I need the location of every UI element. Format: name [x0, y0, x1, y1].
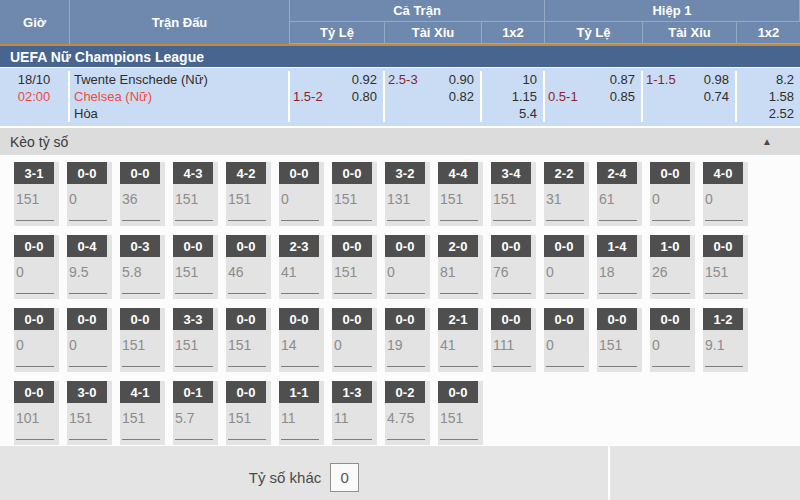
score-odds-cell[interactable]: 3-1151: [14, 162, 59, 226]
score-odds-cell[interactable]: 2-231: [544, 162, 589, 226]
score-odds-cell[interactable]: 0-036: [120, 162, 165, 226]
h1-handicap-cell[interactable]: 0.87 0.5-10.85: [545, 71, 643, 122]
score-odds-value: 0: [650, 337, 695, 353]
score-odds-cell[interactable]: 0-076: [491, 235, 536, 299]
score-odds-value: 151: [332, 264, 377, 280]
score-odds-cell[interactable]: 0-0151: [173, 235, 218, 299]
score-odds-value: 151: [491, 191, 536, 207]
score-odds-cell[interactable]: 1-111: [279, 381, 324, 445]
score-odds-cell[interactable]: 0-00: [67, 308, 112, 372]
score-odds-cell[interactable]: 1-418: [597, 235, 642, 299]
ft-hdp-away-odds[interactable]: 0.80: [352, 88, 377, 105]
score-label: 1-3: [332, 381, 372, 403]
ft-1x2-home[interactable]: 10: [482, 71, 537, 88]
score-odds-value: 151: [438, 191, 483, 207]
score-odds-value: 76: [491, 264, 536, 280]
score-odds-cell[interactable]: 3-4151: [491, 162, 536, 226]
ft-hdp-line: 1.5-2: [293, 88, 323, 105]
header-time: Giờ: [0, 0, 70, 44]
score-odds-cell[interactable]: 0-00: [650, 308, 695, 372]
score-odds-cell[interactable]: 0-00: [14, 235, 59, 299]
score-odds-cell[interactable]: 0-0101: [14, 381, 59, 445]
away-team[interactable]: Chelsea (Nữ): [74, 88, 288, 105]
h1-1x2-away[interactable]: 1.58: [737, 88, 794, 105]
score-odds-cell[interactable]: 0-00: [332, 308, 377, 372]
score-odds-value: 151: [703, 264, 748, 280]
score-odds-cell[interactable]: 0-0151: [226, 308, 271, 372]
score-label: 1-1: [279, 381, 319, 403]
score-odds-cell[interactable]: 0-24.75: [385, 381, 430, 445]
score-odds-cell[interactable]: 0-15.7: [173, 381, 218, 445]
cell-underline: [387, 293, 425, 294]
score-odds-cell[interactable]: 0-014: [279, 308, 324, 372]
ft-over-under-cell[interactable]: 2.5-30.90 0.82: [385, 71, 482, 122]
score-odds-cell[interactable]: 4-3151: [173, 162, 218, 226]
score-odds-value: 0: [544, 337, 589, 353]
score-odds-cell[interactable]: 3-0151: [67, 381, 112, 445]
league-name: UEFA Nữ Champions League: [10, 49, 204, 65]
h1-1x2-home[interactable]: 8.2: [737, 71, 794, 88]
score-odds-cell[interactable]: 2-341: [279, 235, 324, 299]
score-odds-cell[interactable]: 1-026: [650, 235, 695, 299]
ft-handicap-cell[interactable]: 0.92 1.5-20.80: [290, 71, 385, 122]
score-odds-cell[interactable]: 1-311: [332, 381, 377, 445]
header-h1-over-under: Tài Xỉu: [643, 22, 737, 44]
score-odds-cell[interactable]: 1-29.1: [703, 308, 748, 372]
collapse-arrow-icon[interactable]: ▲: [762, 136, 772, 147]
ft-1x2-cell[interactable]: 10 1.15 5.4: [482, 71, 545, 122]
score-odds-cell[interactable]: 0-00: [544, 308, 589, 372]
h1-ou-over-odds[interactable]: 0.98: [704, 71, 729, 88]
h1-hdp-home-odds[interactable]: 0.87: [610, 71, 635, 88]
score-odds-cell[interactable]: 0-0151: [703, 235, 748, 299]
ft-ou-line: 2.5-3: [388, 71, 418, 88]
score-odds-cell[interactable]: 4-2151: [226, 162, 271, 226]
ft-1x2-draw[interactable]: 5.4: [482, 105, 537, 122]
score-odds-cell[interactable]: 2-141: [438, 308, 483, 372]
score-odds-cell[interactable]: 0-00: [544, 235, 589, 299]
h1-over-under-cell[interactable]: 1-1.50.98 0.74: [643, 71, 737, 122]
score-odds-cell[interactable]: 0-0111: [491, 308, 536, 372]
h1-1x2-cell[interactable]: 8.2 1.58 2.52: [737, 71, 800, 122]
score-odds-cell[interactable]: 0-0151: [332, 162, 377, 226]
score-odds-cell[interactable]: 0-0151: [597, 308, 642, 372]
score-odds-cell[interactable]: 0-49.5: [67, 235, 112, 299]
score-odds-cell[interactable]: 0-0151: [438, 381, 483, 445]
score-odds-cell[interactable]: 2-461: [597, 162, 642, 226]
score-odds-cell[interactable]: 0-00: [14, 308, 59, 372]
score-odds-cell[interactable]: 0-046: [226, 235, 271, 299]
cell-underline: [69, 366, 107, 367]
ft-ou-under-odds[interactable]: 0.82: [449, 88, 474, 105]
h1-1x2-draw[interactable]: 2.52: [737, 105, 794, 122]
ft-ou-over-odds[interactable]: 0.90: [449, 71, 474, 88]
score-odds-cell[interactable]: 0-0151: [332, 235, 377, 299]
score-odds-cell[interactable]: 0-35.8: [120, 235, 165, 299]
score-odds-cell[interactable]: 0-00: [650, 162, 695, 226]
ft-1x2-away[interactable]: 1.15: [482, 88, 537, 105]
cell-underline: [493, 293, 531, 294]
score-odds-cell[interactable]: 2-081: [438, 235, 483, 299]
score-odds-value: 151: [332, 191, 377, 207]
score-odds-cell[interactable]: 0-0151: [120, 308, 165, 372]
score-label: 4-4: [438, 162, 478, 184]
h1-ou-under-odds[interactable]: 0.74: [704, 88, 729, 105]
score-odds-cell[interactable]: 3-2131: [385, 162, 430, 226]
score-odds-cell[interactable]: 3-3151: [173, 308, 218, 372]
score-odds-cell[interactable]: 0-00: [385, 235, 430, 299]
score-odds-cell[interactable]: 0-0151: [226, 381, 271, 445]
score-row: 0-000-49.50-35.80-01510-0462-3410-01510-…: [14, 235, 800, 299]
score-odds-cell[interactable]: 0-00: [279, 162, 324, 226]
score-odds-cell[interactable]: 4-4151: [438, 162, 483, 226]
score-odds-cell[interactable]: 4-00: [703, 162, 748, 226]
score-odds-cell[interactable]: 4-1151: [120, 381, 165, 445]
ft-hdp-home-odds[interactable]: 0.92: [352, 71, 377, 88]
score-odds-value: 151: [14, 191, 59, 207]
home-team[interactable]: Twente Enschede (Nữ): [74, 71, 288, 88]
score-odds-value: 131: [385, 191, 430, 207]
header-h1-1x2: 1x2: [737, 22, 800, 44]
score-odds-value: 0: [14, 337, 59, 353]
other-score-value-box[interactable]: 0: [330, 463, 359, 492]
h1-hdp-away-odds[interactable]: 0.85: [610, 88, 635, 105]
score-odds-cell[interactable]: 0-00: [67, 162, 112, 226]
score-odds-cell[interactable]: 0-019: [385, 308, 430, 372]
correct-score-section-header[interactable]: Kèo tỷ số ▲: [0, 128, 800, 155]
